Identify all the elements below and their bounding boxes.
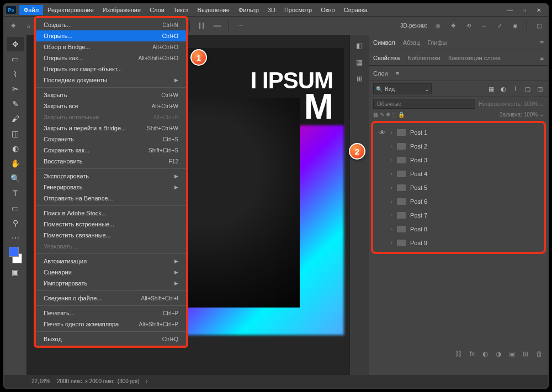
menu-item[interactable]: СохранитьCtrl+S: [36, 134, 186, 145]
menu-item[interactable]: Печатать...Ctrl+P: [36, 308, 186, 319]
hand-tool[interactable]: ✋: [7, 156, 24, 171]
crop-tool[interactable]: ✂: [7, 82, 24, 96]
brush-tool[interactable]: 🖌: [7, 112, 24, 126]
expand-icon[interactable]: ›: [391, 171, 392, 177]
expand-icon[interactable]: ›: [391, 213, 392, 218]
maximize-button[interactable]: □: [521, 6, 528, 14]
menu-item[interactable]: ВыходCtrl+Q: [36, 333, 186, 345]
menu-item[interactable]: Поместить встроенные...: [36, 219, 186, 230]
tab-libraries[interactable]: Библиотеки: [407, 55, 440, 61]
menu-item[interactable]: Сценарии▶: [36, 267, 186, 278]
link-layers-icon[interactable]: ⛓: [455, 350, 462, 358]
home-icon[interactable]: ⌂: [24, 21, 34, 31]
eyedropper-tool[interactable]: ✎: [7, 97, 24, 111]
screen-mode[interactable]: ▣: [7, 265, 24, 279]
menu-выделение[interactable]: Выделение: [193, 5, 234, 15]
menu-item[interactable]: Закрыть и перейти в Bridge...Shift+Ctrl+…: [36, 123, 186, 134]
menu-слои[interactable]: Слои: [145, 5, 169, 15]
group-icon[interactable]: ▣: [509, 350, 515, 358]
filter-image-icon[interactable]: ▦: [487, 86, 495, 93]
adjustment-icon[interactable]: ◑: [496, 350, 501, 358]
menu-item[interactable]: Поместить связанные...: [36, 230, 186, 241]
expand-icon[interactable]: ›: [391, 240, 392, 246]
zoom-value[interactable]: 22,18%: [31, 378, 50, 384]
menu-item[interactable]: Упаковать...: [36, 241, 186, 252]
menu-изображение[interactable]: Изображение: [98, 5, 145, 15]
layer-row[interactable]: ›Post 4: [374, 167, 543, 181]
tab-symbol[interactable]: Символ: [373, 39, 395, 46]
menu-item[interactable]: Открыть как...Alt+Shift+Ctrl+O: [36, 52, 186, 63]
lasso-tool[interactable]: ⌇: [7, 67, 24, 81]
color-swatches[interactable]: [7, 246, 24, 264]
distribute-v-icon[interactable]: ══: [212, 21, 222, 31]
menu-item[interactable]: Отправить на Behance...: [36, 193, 186, 204]
menu-редактирование[interactable]: Редактирование: [43, 5, 98, 15]
expand-icon[interactable]: ›: [391, 144, 392, 149]
menu-item[interactable]: Последние документы▶: [36, 75, 186, 86]
chevron-right-icon[interactable]: ›: [146, 378, 147, 384]
delete-layer-icon[interactable]: 🗑: [536, 350, 543, 358]
palette-panel-icon[interactable]: ⊞: [354, 73, 364, 83]
slide-icon[interactable]: ↔: [479, 21, 489, 31]
menu-item[interactable]: ЗакрытьCtrl+W: [36, 89, 186, 100]
filter-smart-icon[interactable]: ◫: [536, 86, 544, 93]
mask-icon[interactable]: ◐: [482, 350, 488, 358]
color-panel-icon[interactable]: ◧: [354, 40, 364, 50]
type-tool[interactable]: T: [7, 186, 24, 200]
filter-adjust-icon[interactable]: ◐: [500, 86, 507, 93]
visibility-icon[interactable]: 👁: [378, 129, 386, 136]
menu-item[interactable]: Сохранить как...Shift+Ctrl+S: [36, 145, 186, 156]
expand-icon[interactable]: ›: [391, 185, 392, 190]
zoom-tool[interactable]: 🔍: [7, 171, 24, 186]
menu-просмотр[interactable]: Просмотр: [280, 5, 316, 15]
menu-item[interactable]: Сведения о файле...Alt+Shift+Ctrl+I: [36, 293, 186, 304]
panel-toggle-icon[interactable]: ◫: [534, 21, 544, 31]
panel-menu-icon[interactable]: ≡: [540, 55, 544, 61]
menu-item[interactable]: Печать одного экземпляраAlt+Shift+Ctrl+P: [36, 319, 186, 330]
close-button[interactable]: ✕: [535, 6, 543, 14]
distribute-h-icon[interactable]: ┃┃: [197, 21, 206, 31]
layer-row[interactable]: ›Post 8: [374, 222, 543, 236]
menu-файл[interactable]: Файл: [19, 5, 43, 15]
camera-icon[interactable]: ◉: [510, 21, 520, 31]
expand-icon[interactable]: ›: [391, 226, 392, 232]
fx-icon[interactable]: fx: [470, 350, 475, 358]
swatches-panel-icon[interactable]: ▦: [354, 57, 364, 67]
expand-icon[interactable]: ›: [391, 199, 392, 204]
menu-окно[interactable]: Окно: [316, 5, 339, 15]
lock-icons[interactable]: ▦ ✎ ✥ ⬚ 🔒: [373, 112, 405, 118]
layer-filter-select[interactable]: 🔍 Вид ⌄: [373, 83, 432, 94]
panel-menu-icon[interactable]: ≡: [540, 39, 544, 46]
blend-mode-select[interactable]: Обычные: [373, 99, 475, 109]
menu-фильтр[interactable]: Фильтр: [234, 5, 263, 15]
layer-row[interactable]: ›Post 6: [374, 194, 543, 208]
filter-shape-icon[interactable]: ▢: [524, 86, 532, 93]
menu-текст[interactable]: Текст: [169, 5, 193, 15]
menu-item[interactable]: Генерировать▶: [36, 182, 186, 193]
menu-item[interactable]: Экспортировать▶: [36, 171, 186, 182]
layer-row[interactable]: ›Post 2: [374, 139, 543, 153]
move-tool-icon[interactable]: ✥: [8, 21, 18, 31]
roll-icon[interactable]: ⟲: [464, 21, 474, 31]
menu-item[interactable]: Поиск в Adobe Stock...: [36, 208, 186, 219]
layer-row[interactable]: ›Post 5: [374, 181, 543, 194]
menu-справка[interactable]: Справка: [339, 5, 372, 15]
layer-row[interactable]: ›Post 7: [374, 208, 543, 222]
eraser-tool[interactable]: ◫: [7, 126, 24, 141]
more-tools[interactable]: ⋯: [7, 231, 24, 245]
search-tool[interactable]: ⚲: [7, 216, 24, 230]
tab-glyphs[interactable]: Глифы: [428, 39, 447, 46]
menu-item[interactable]: Открыть как смарт-объект...: [36, 63, 186, 75]
expand-icon[interactable]: ›: [391, 130, 392, 135]
shape-tool[interactable]: ▭: [7, 201, 24, 215]
expand-icon[interactable]: ›: [391, 157, 392, 163]
menu-item[interactable]: Импортировать▶: [36, 278, 186, 289]
menu-item[interactable]: Закрыть остальныеAlt+Ctrl+P: [36, 112, 186, 123]
menu-item[interactable]: Открыть...Ctrl+O: [36, 30, 186, 41]
tab-paragraph[interactable]: Абзац: [403, 39, 420, 46]
layer-row[interactable]: ›Post 3: [374, 153, 543, 167]
layer-row[interactable]: 👁›Post 1: [374, 125, 543, 139]
scale-icon[interactable]: ⤢: [495, 21, 505, 31]
tab-layercomps[interactable]: Композиции слоев: [448, 55, 501, 61]
menu-item[interactable]: Создать...Ctrl+N: [36, 19, 186, 30]
